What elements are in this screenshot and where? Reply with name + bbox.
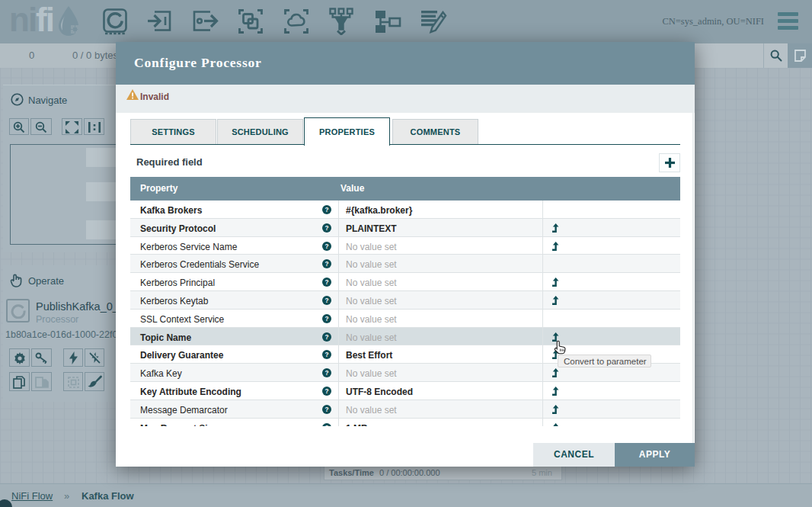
svg-text:?: ? (324, 225, 328, 232)
svg-text:?: ? (324, 351, 328, 358)
svg-text:?: ? (324, 207, 328, 213)
svg-text:?: ? (324, 370, 328, 377)
svg-text:?: ? (324, 334, 328, 341)
svg-text:?: ? (324, 243, 328, 250)
svg-text:?: ? (324, 316, 328, 322)
svg-text:?: ? (324, 297, 328, 304)
svg-text:?: ? (324, 425, 328, 426)
svg-text:?: ? (324, 406, 328, 413)
svg-text:?: ? (324, 261, 328, 268)
svg-text:?: ? (324, 388, 328, 395)
svg-text:?: ? (324, 279, 328, 286)
